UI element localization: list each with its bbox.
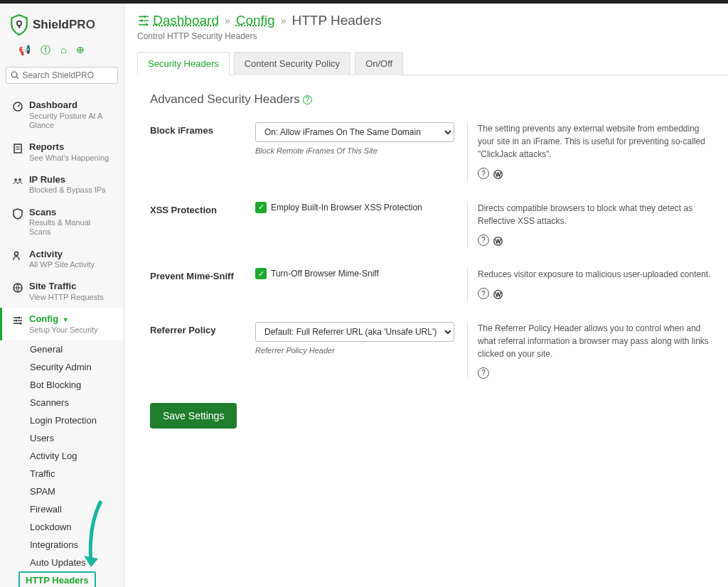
subnav-item-auto-updates[interactable]: Auto Updates [24, 554, 124, 571]
nav-item-site-traffic[interactable]: Site Traffic View HTTP Requests [0, 275, 124, 308]
setting-label: Prevent Mime-Sniff [150, 268, 242, 281]
setting-mime: Prevent Mime-Sniff ✓ Turn-Off Browser Mi… [150, 268, 715, 302]
svg-point-11 [16, 320, 18, 322]
xss-checkbox[interactable]: ✓ [255, 202, 267, 213]
subnav-item-traffic[interactable]: Traffic [24, 465, 124, 483]
setting-desc: The setting prevents any external websit… [467, 122, 715, 182]
setting-desc: Directs compatible browsers to block wha… [467, 202, 715, 249]
wordpress-icon[interactable]: ⓦ [493, 288, 503, 302]
svg-point-13 [144, 16, 146, 18]
help-icon[interactable]: ? [478, 235, 489, 246]
subnav-item-integrations[interactable]: Integrations [24, 536, 124, 554]
social-icons: 📢 ⓕ ⌂ ⊕ [0, 41, 124, 67]
subnav-item-lockdown[interactable]: Lockdown [24, 518, 124, 536]
nav-label: Site Traffic [29, 281, 104, 292]
help-icon[interactable]: ? [303, 95, 312, 104]
page-subtitle: Control HTTP Security Headers [137, 31, 728, 41]
breadcrumb-dashboard[interactable]: Dashboard [137, 13, 219, 28]
referrer-select[interactable]: Default: Full Referrer URL (aka 'Unsafe … [255, 322, 454, 342]
main-content: Dashboard » Config » HTTP Headers Contro… [124, 0, 728, 587]
globe-icon[interactable]: ⊕ [76, 44, 85, 57]
setting-label: Block iFrames [150, 122, 242, 136]
nav-item-dashboard[interactable]: Dashboard Security Posture At A Glance [0, 94, 124, 136]
breadcrumb-sep: » [281, 15, 287, 26]
subnav-item-scanners[interactable]: Scanners [24, 394, 124, 411]
svg-line-3 [16, 77, 18, 79]
svg-rect-1 [18, 25, 20, 28]
setting-desc: The Referrer Policy Header allows you to… [467, 322, 715, 379]
svg-rect-5 [14, 144, 21, 153]
breadcrumb-current: HTTP Headers [291, 13, 381, 28]
svg-point-2 [11, 72, 17, 77]
brand-logo: ShieldPRO [0, 7, 124, 41]
wordpress-icon[interactable]: ⓦ [493, 235, 503, 249]
subnav-item-firewall[interactable]: Firewall [24, 500, 124, 518]
nav-item-reports[interactable]: Reports See What's Happening [0, 136, 124, 168]
setting-block-iframes: Block iFrames On: Allow iFrames On The S… [150, 122, 715, 182]
subnav-item-http-headers[interactable]: HTTP Headers [18, 571, 96, 587]
home-icon[interactable]: ⌂ [60, 44, 66, 57]
svg-point-12 [20, 323, 22, 325]
reports-icon [12, 143, 23, 154]
setting-referrer: Referrer Policy Default: Full Referrer U… [150, 322, 715, 379]
svg-point-8 [15, 252, 18, 255]
nav-label: Dashboard [29, 99, 114, 111]
nav-label: Reports [29, 141, 109, 153]
nav-item-scans[interactable]: Scans Results & Manual Scans [0, 201, 124, 243]
subnav-item-login-protection[interactable]: Login Protection [24, 411, 124, 429]
search-icon [11, 70, 19, 80]
setting-hint: Block Remote iFrames Of This Site [255, 146, 454, 155]
nav-item-config[interactable]: Config ▼ Setup Your Security [0, 308, 124, 340]
nav-label: Scans [29, 207, 114, 218]
brand-text: ShieldPRO [33, 18, 95, 32]
settings-panel: Advanced Security Headers ? Block iFrame… [137, 75, 728, 441]
facebook-icon[interactable]: ⓕ [41, 44, 50, 57]
nav-sublabel: View HTTP Requests [29, 293, 104, 302]
subnav-item-bot-blocking[interactable]: Bot Blocking [24, 376, 124, 394]
breadcrumb-config[interactable]: Config [236, 13, 275, 28]
section-title: Advanced Security Headers ? [150, 92, 715, 107]
subnav-item-general[interactable]: General [24, 340, 124, 358]
setting-label: XSS Protection [150, 202, 242, 215]
search-input[interactable] [22, 70, 113, 80]
nav-label: Config ▼ [29, 313, 98, 325]
nav-label: Activity [29, 249, 95, 260]
shield-icon [10, 14, 28, 36]
config-subnav: GeneralSecurity AdminBot BlockingScanner… [0, 340, 124, 587]
setting-hint: Referrer Policy Header [255, 346, 454, 355]
iprules-icon [12, 176, 23, 187]
subnav-item-users[interactable]: Users [24, 429, 124, 447]
subnav-item-security-admin[interactable]: Security Admin [24, 358, 124, 376]
nav-sublabel: Blocked & Bypass IPs [29, 185, 106, 195]
svg-point-10 [18, 317, 21, 319]
svg-point-15 [146, 23, 148, 26]
megaphone-icon[interactable]: 📢 [18, 44, 31, 57]
sliders-icon [137, 14, 150, 27]
scans-icon [12, 208, 23, 220]
block-iframes-select[interactable]: On: Allow iFrames On The Same Domain [255, 122, 454, 142]
nav-item-ip-rules[interactable]: IP Rules Blocked & Bypass IPs [0, 168, 124, 201]
help-icon[interactable]: ? [478, 288, 489, 299]
subnav-item-spam[interactable]: SPAM [24, 483, 124, 500]
tab-content-security-policy[interactable]: Content Security Policy [234, 52, 350, 75]
config-icon [12, 315, 23, 326]
search-box[interactable] [6, 67, 118, 84]
nav-sublabel: Setup Your Security [29, 325, 98, 335]
setting-desc: Reduces visitor exposure to malicious us… [467, 268, 715, 302]
traffic-icon [12, 282, 23, 294]
svg-point-7 [18, 178, 21, 181]
nav-label: IP Rules [29, 174, 106, 185]
nav-sublabel: Results & Manual Scans [29, 218, 114, 237]
help-icon[interactable]: ? [478, 367, 489, 379]
activity-icon [12, 250, 23, 262]
tab-on-off[interactable]: On/Off [355, 52, 403, 75]
nav-item-activity[interactable]: Activity All WP Site Activity [0, 243, 124, 276]
save-button[interactable]: Save Settings [150, 403, 237, 429]
wordpress-icon[interactable]: ⓦ [493, 168, 503, 182]
nav-sublabel: Security Posture At A Glance [29, 112, 114, 130]
help-icon[interactable]: ? [478, 168, 489, 179]
breadcrumb-sep: » [225, 15, 230, 26]
mime-checkbox[interactable]: ✓ [255, 268, 267, 279]
tab-security-headers[interactable]: Security Headers [137, 52, 230, 75]
subnav-item-activity-log[interactable]: Activity Log [24, 447, 124, 465]
